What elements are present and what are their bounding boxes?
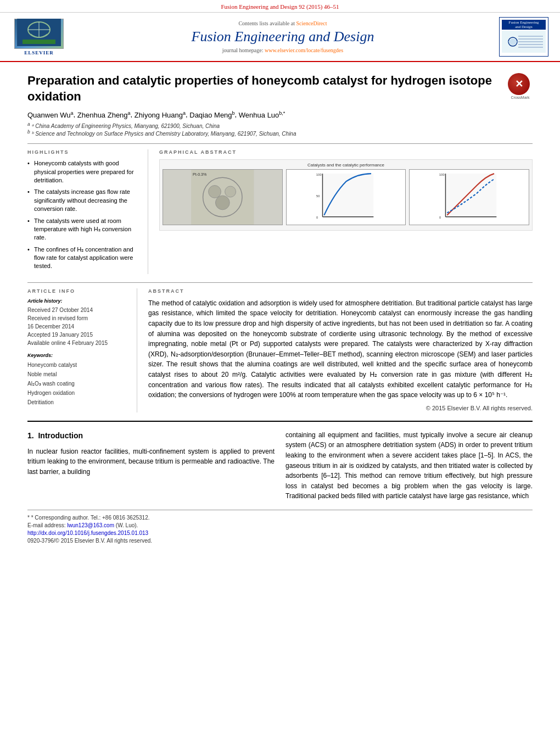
crossmark-icon: ✕: [508, 73, 530, 95]
graphical-caption: Catalysts and the catalytic performance: [163, 163, 529, 168]
svg-text:0: 0: [316, 216, 318, 219]
article-info-label: ARTICLE INFO: [27, 288, 128, 294]
received-revised-label: Received in revised form: [27, 314, 128, 322]
copyright: © 2015 Elsevier B.V. All rights reserved…: [148, 405, 533, 411]
received-date: Received 27 October 2014: [27, 306, 128, 314]
sciencedirect-link[interactable]: ScienceDirect: [296, 20, 327, 26]
affiliations: a ᵃ China Academy of Engineering Physics…: [27, 121, 533, 137]
doi-link[interactable]: http://dx.doi.org/10.1016/j.fusengdes.20…: [27, 530, 148, 536]
article-history-label: Article history:: [27, 298, 128, 304]
highlight-2: The catalysts increase gas flow rate sig…: [27, 188, 139, 213]
highlight-3: The catalysts were used at room temperat…: [27, 217, 139, 242]
becomes-text: becomes: [352, 482, 379, 490]
revised-date: 16 December 2014: [27, 322, 128, 331]
keywords-section: Keywords: Honeycomb catalyst Noble metal…: [27, 353, 128, 407]
intro-title: Introduction: [38, 431, 83, 440]
highlights-label: HIGHLIGHTS: [27, 149, 139, 155]
affiliation-b: b ᵇ Science and Technology on Surface Ph…: [27, 129, 533, 137]
svg-text:Pt-0.3%: Pt-0.3%: [193, 173, 207, 177]
fe-logo-box: Fusion Engineering and Design: [499, 17, 548, 57]
authors: Quanwen Wua, Zhenhua Zhenga, Zhiyong Hua…: [27, 110, 533, 119]
journal-header: ELSEVIER Contents lists available at Sci…: [0, 13, 560, 62]
footnote-issn: 0920-3796/© 2015 Elsevier B.V. All right…: [27, 538, 533, 544]
elsevier-logo: ELSEVIER: [9, 19, 69, 55]
paper-title: Preparation and catalytic properties of …: [27, 73, 502, 104]
elsevier-image: [14, 19, 64, 49]
homepage-link[interactable]: www.elsevier.com/locate/fusengdes: [265, 47, 343, 53]
svg-rect-24: [446, 174, 497, 217]
crossmark: ✕ CrossMark: [508, 73, 533, 98]
graphical-column: GRAPHICAL ABSTRACT Catalysts and the cat…: [159, 149, 533, 274]
svg-text:100: 100: [316, 174, 322, 177]
abstract-label: ABSTRACT: [148, 288, 533, 294]
svg-text:0: 0: [439, 216, 441, 219]
svg-point-15: [225, 186, 236, 197]
author-huang: Zhiyong Huanga: [135, 111, 186, 119]
article-history: Article history: Received 27 October 201…: [27, 298, 128, 347]
sciencedirect-text: Contents lists available at ScienceDirec…: [69, 20, 496, 26]
svg-rect-4: [23, 40, 55, 44]
intro-right-text: containing all equipment and facilities,…: [285, 430, 533, 501]
graphical-label: GRAPHICAL ABSTRACT: [159, 149, 533, 155]
affiliation-a: a ᵃ China Academy of Engineering Physics…: [27, 121, 533, 129]
footnote-email-link[interactable]: lwun123@163.com: [67, 522, 114, 528]
header-left: ELSEVIER: [9, 19, 69, 55]
keyword-2: Noble metal: [27, 370, 128, 379]
article-info-column: ARTICLE INFO Article history: Received 2…: [27, 288, 137, 412]
author-wu: Quanwen Wua: [27, 111, 74, 119]
footnote-email-line: E-mail address: lwun123@163.com (W. Luo)…: [27, 522, 533, 528]
footnote-doi: http://dx.doi.org/10.1016/j.fusengdes.20…: [27, 530, 533, 536]
keywords-label: Keywords:: [27, 353, 128, 358]
keyword-5: Detritiation: [27, 398, 128, 407]
footnote-section: * * Corresponding author. Tel.: +86 0816…: [27, 510, 533, 544]
keyword-4: Hydrogen oxidation: [27, 388, 128, 398]
svg-text:100: 100: [439, 174, 445, 177]
article-abstract-section: ARTICLE INFO Article history: Received 2…: [27, 282, 533, 412]
highlights-list: Honeycomb catalysts with good physical p…: [27, 159, 139, 271]
footnote-corresponding: * * Corresponding author. Tel.: +86 0816…: [27, 515, 533, 521]
highlight-1: Honeycomb catalysts with good physical p…: [27, 159, 139, 185]
keyword-1: Honeycomb catalyst: [27, 360, 128, 370]
intro-heading: 1. Introduction: [27, 430, 275, 442]
journal-homepage: journal homepage: www.elsevier.com/locat…: [69, 47, 496, 53]
introduction-right: containing all equipment and facilities,…: [285, 430, 533, 501]
highlights-column: HIGHLIGHTS Honeycomb catalysts with good…: [27, 149, 148, 274]
author-luo: Wenhua Luob,*: [239, 111, 285, 119]
intro-left-text: In nuclear fusion reactor facilities, mu…: [27, 447, 275, 477]
svg-point-14: [209, 186, 221, 198]
introduction-section: 1. Introduction In nuclear fusion reacto…: [27, 430, 533, 501]
introduction-left: 1. Introduction In nuclear fusion reacto…: [27, 430, 275, 501]
abstract-text: The method of catalytic oxidation and ad…: [148, 298, 533, 400]
author-zheng: Zhenhua Zhenga: [77, 111, 131, 119]
highlight-4: The confines of H₂ concentration and flo…: [27, 246, 139, 271]
intro-number: 1.: [27, 431, 34, 440]
available-date: Available online 4 February 2015: [27, 339, 128, 347]
author-meng: Daqiao Mengb: [189, 111, 234, 119]
main-divider: [27, 421, 533, 422]
highlights-graphical-section: HIGHLIGHTS Honeycomb catalysts with good…: [27, 143, 533, 274]
accepted-date: Accepted 19 January 2015: [27, 331, 128, 339]
graphical-abstract-image: Catalysts and the catalytic performance …: [159, 159, 533, 231]
journal-title-main: Fusion Engineering and Design: [69, 29, 496, 45]
header-center: Contents lists available at ScienceDirec…: [69, 20, 496, 53]
svg-point-16: [215, 196, 229, 210]
svg-text:50: 50: [316, 194, 320, 198]
top-bar: Fusion Engineering and Design 92 (2015) …: [0, 0, 560, 13]
header-right: Fusion Engineering and Design: [496, 17, 551, 57]
journal-reference: Fusion Engineering and Design 92 (2015) …: [221, 3, 339, 10]
keyword-3: Al₂O₃ wash coating: [27, 379, 128, 388]
elsevier-label: ELSEVIER: [24, 50, 54, 55]
abstract-column: ABSTRACT The method of catalytic oxidati…: [148, 288, 533, 412]
fe-logo-top: Fusion Engineering and Design: [502, 20, 546, 30]
paper-body: Preparation and catalytic properties of …: [0, 62, 560, 556]
paper-title-section: Preparation and catalytic properties of …: [27, 73, 533, 104]
